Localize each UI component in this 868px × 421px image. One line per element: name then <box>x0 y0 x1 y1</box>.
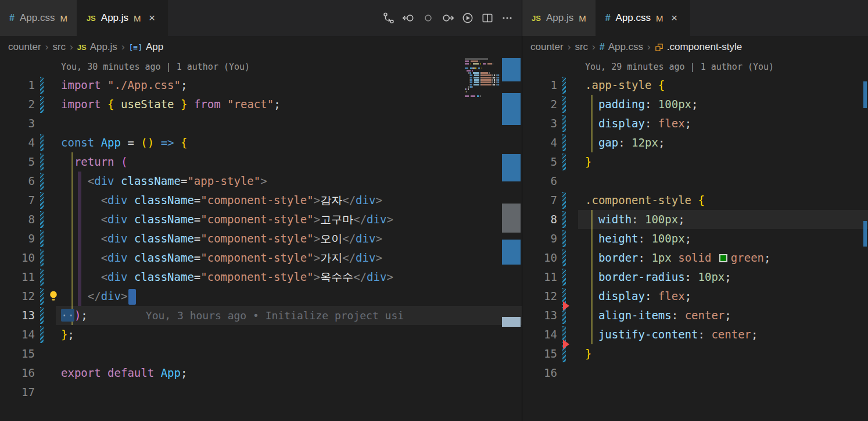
line-number[interactable]: 2 <box>0 95 35 114</box>
line-number[interactable]: 10 <box>522 248 557 267</box>
code-line-5[interactable]: 5} <box>522 152 868 172</box>
code-line-16[interactable]: 16 <box>522 363 868 383</box>
change-indicator-icon[interactable] <box>421 10 436 26</box>
line-number[interactable]: 4 <box>0 133 35 152</box>
code-line-7[interactable]: 7 <div className="component-style">감자</d… <box>0 191 522 210</box>
line-number[interactable]: 15 <box>0 344 35 363</box>
line-number[interactable]: 12 <box>522 287 557 306</box>
line-number[interactable]: 17 <box>0 383 35 402</box>
overview-ruler[interactable] <box>862 58 868 421</box>
close-icon[interactable]: × <box>146 12 158 24</box>
codelens-authors[interactable]: You, 30 minutes ago | 1 author (You) <box>0 58 522 76</box>
line-number[interactable]: 7 <box>0 191 35 210</box>
breadcrumb-file[interactable]: JSApp.js <box>77 41 117 53</box>
line-number[interactable]: 14 <box>0 325 35 344</box>
code-text: const App = () => { <box>61 133 187 152</box>
code-line-2[interactable]: 2 padding: 100px; <box>522 95 868 114</box>
tab-app-css[interactable]: #App.cssM <box>0 0 77 36</box>
line-number[interactable]: 13 <box>522 306 557 325</box>
close-icon[interactable]: × <box>669 12 680 24</box>
line-number[interactable]: 3 <box>0 114 35 133</box>
code-line-4[interactable]: 4 gap: 12px; <box>522 133 868 152</box>
line-number[interactable]: 6 <box>0 172 35 191</box>
code-line-8[interactable]: 8 width: 100px; <box>522 210 868 229</box>
breadcrumb-symbol[interactable]: .component-style <box>655 41 742 53</box>
line-number[interactable]: 11 <box>0 267 35 287</box>
line-number[interactable]: 11 <box>522 267 557 287</box>
code-line-17[interactable]: 17 <box>0 383 522 402</box>
breadcrumb-item-counter[interactable]: counter <box>530 41 564 53</box>
code-line-10[interactable]: 10 border: 1px solid green; <box>522 248 868 267</box>
code-line-8[interactable]: 8 <div className="component-style">고구마</… <box>0 210 522 229</box>
open-changes-icon[interactable] <box>381 10 396 26</box>
breadcrumb[interactable]: counter›src›#App.css›.component-style <box>522 36 868 58</box>
line-number[interactable]: 16 <box>522 363 557 383</box>
breadcrumb-item-counter[interactable]: counter <box>8 41 41 53</box>
minimap[interactable] <box>465 58 501 100</box>
code-line-1[interactable]: 1import "./App.css"; <box>0 76 522 95</box>
line-number[interactable]: 16 <box>0 363 35 383</box>
code-editor-appcss[interactable]: You, 29 minutes ago | 1 author (You)1.ap… <box>522 58 868 421</box>
line-number[interactable]: 5 <box>522 152 557 172</box>
line-number[interactable]: 8 <box>0 210 35 229</box>
code-line-14[interactable]: 14 justify-content: center; <box>522 325 868 344</box>
code-line-11[interactable]: 11 border-radius: 10px; <box>522 267 868 287</box>
run-icon[interactable] <box>460 10 475 26</box>
line-number[interactable]: 8 <box>522 210 557 229</box>
code-line-15[interactable]: 15} <box>522 344 868 363</box>
color-swatch[interactable] <box>719 254 727 262</box>
line-number[interactable]: 10 <box>0 248 35 267</box>
line-number[interactable]: 1 <box>0 76 35 95</box>
line-number[interactable]: 15 <box>522 344 557 363</box>
code-line-2[interactable]: 2import { useState } from "react"; <box>0 95 522 114</box>
git-modified-gutter <box>562 192 566 209</box>
code-line-7[interactable]: 7.component-style { <box>522 191 868 210</box>
line-number[interactable]: 3 <box>522 114 557 133</box>
breadcrumb[interactable]: counter›src›JSApp.js›[≡]App <box>0 36 522 58</box>
code-line-5[interactable]: 5 return ( <box>0 152 522 172</box>
breadcrumb-symbol[interactable]: [≡]App <box>129 41 164 53</box>
tab-app-css[interactable]: #App.cssM× <box>596 0 690 36</box>
code-line-14[interactable]: 14}; <box>0 325 522 344</box>
line-number[interactable]: 1 <box>522 76 557 95</box>
line-number[interactable]: 9 <box>522 229 557 248</box>
tab-app-js[interactable]: JSApp.jsM× <box>77 0 168 36</box>
code-line-13[interactable]: 13 align-items: center; <box>522 306 868 325</box>
code-line-11[interactable]: 11 <div className="component-style">옥수수<… <box>0 267 522 287</box>
previous-change-icon[interactable] <box>401 10 416 26</box>
code-line-12[interactable]: 12 display: flex; <box>522 287 868 306</box>
codelens-authors[interactable]: You, 29 minutes ago | 1 author (You) <box>522 58 868 76</box>
code-line-16[interactable]: 16export default App; <box>0 363 522 383</box>
line-number[interactable]: 4 <box>522 133 557 152</box>
code-line-3[interactable]: 3 display: flex; <box>522 114 868 133</box>
line-number[interactable]: 2 <box>522 95 557 114</box>
tab-app-js[interactable]: JSApp.jsM <box>522 0 596 36</box>
code-line-4[interactable]: 4const App = () => { <box>0 133 522 152</box>
code-line-9[interactable]: 9 <div className="component-style">오이</d… <box>0 229 522 248</box>
next-change-icon[interactable] <box>440 10 455 26</box>
breadcrumb-item-src[interactable]: src <box>575 41 588 53</box>
code-line-13[interactable]: 13··);You, 3 hours ago • Initialize proj… <box>0 306 522 325</box>
code-line-10[interactable]: 10 <div className="component-style">가지</… <box>0 248 522 267</box>
code-editor-appjs[interactable]: You, 30 minutes ago | 1 author (You)1imp… <box>0 58 522 421</box>
line-number[interactable]: 7 <box>522 191 557 210</box>
code-line-12[interactable]: 12 </div> <box>0 287 522 306</box>
more-actions-icon[interactable] <box>500 10 515 26</box>
code-line-15[interactable]: 15 <box>0 344 522 363</box>
breadcrumb-file[interactable]: #App.css <box>600 41 643 53</box>
line-number[interactable]: 14 <box>522 325 557 344</box>
overview-ruler[interactable] <box>501 58 522 421</box>
line-number[interactable]: 9 <box>0 229 35 248</box>
code-line-3[interactable]: 3 <box>0 114 522 133</box>
line-number[interactable]: 5 <box>0 152 35 172</box>
lightbulb-icon[interactable] <box>48 290 59 302</box>
code-line-9[interactable]: 9 height: 100px; <box>522 229 868 248</box>
breadcrumb-item-src[interactable]: src <box>52 41 66 53</box>
line-number[interactable]: 6 <box>522 172 557 191</box>
line-number[interactable]: 12 <box>0 287 35 306</box>
code-line-1[interactable]: 1.app-style { <box>522 76 868 95</box>
line-number[interactable]: 13 <box>0 306 35 325</box>
code-line-6[interactable]: 6 <box>522 172 868 191</box>
split-editor-icon[interactable] <box>480 10 495 26</box>
code-line-6[interactable]: 6 <div className="app-style"> <box>0 172 522 191</box>
